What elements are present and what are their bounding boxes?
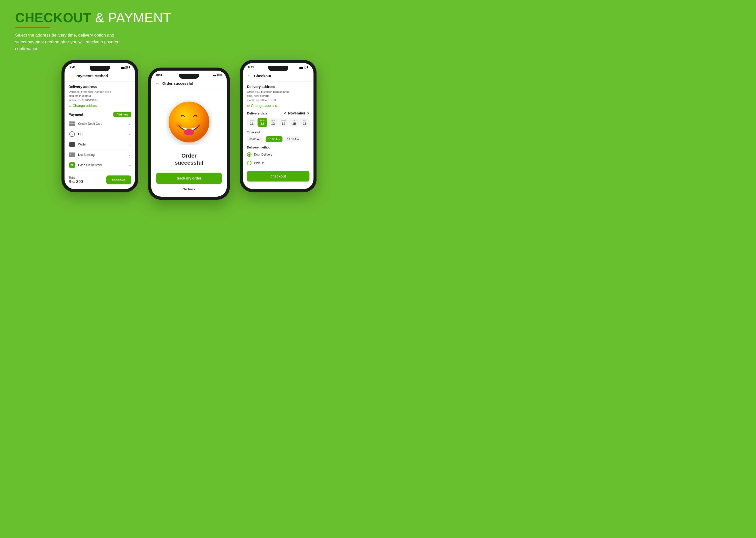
page-subtitle: Select the address delivery time, delive… — [15, 32, 141, 52]
date-mon[interactable]: Mon 12 — [258, 118, 267, 127]
nav-bar-middle: ← Order successful — [151, 78, 227, 89]
chevron-wallet: ⌄ — [128, 143, 131, 146]
net-banking-icon — [69, 152, 76, 157]
date-fri[interactable]: Fri 16 — [300, 118, 310, 127]
phone-right-screen: 9:41 ▄▄ ))) ▮ ← Checkout Delivery addres… — [243, 63, 314, 189]
date-thu[interactable]: Thu 15 — [289, 118, 299, 127]
status-time-middle: 9:41 — [156, 73, 162, 77]
door-delivery-label: Door Delivery — [254, 153, 273, 156]
status-icons-middle: ▄▄ ))) ▮ — [213, 73, 222, 76]
track-order-button[interactable]: track my order — [156, 173, 222, 184]
title-bold: CHECKOUT — [15, 10, 91, 25]
date-grid: Sun 11 Mon 12 Tue 13 Wed 14 Thu 15 — [243, 117, 314, 130]
pickup-label: Pick Up — [254, 161, 264, 165]
time-slot-10am[interactable]: 10:00 Am — [266, 136, 282, 142]
delivery-address-title-right: Delivery address — [243, 82, 314, 90]
phone-middle-screen: 9:41 ▄▄ ))) ▮ ← Order successful — [151, 71, 227, 197]
time-slots: 09:00 Am 10:00 Am 11:00 Am — [243, 135, 314, 145]
delivery-method-label: Delivery method — [243, 145, 314, 150]
status-time-right: 9:41 — [248, 66, 254, 69]
nav-title-left: Payments Method — [76, 74, 108, 78]
date-wed[interactable]: Wed 14 — [279, 118, 288, 127]
total-bar: Total : Rs: 300 continue — [65, 172, 135, 188]
payment-label: Payment — [69, 112, 83, 117]
subtitle-line2: select payment method after you will rec… — [15, 39, 121, 51]
order-success-content: Order successful track my order Go back — [151, 89, 227, 196]
delivery-date-header: Delivery date < November > — [243, 109, 314, 117]
payment-header-left: Payment Add new — [65, 109, 135, 119]
back-arrow-left[interactable]: ← — [69, 73, 73, 79]
payment-option-label-wallet: Wallet — [78, 143, 86, 146]
month-name: November — [288, 111, 305, 115]
status-icons-right: ▄▄ ))) ▮ — [299, 66, 308, 69]
notch-middle — [179, 74, 199, 79]
back-arrow-middle[interactable]: ← — [155, 81, 160, 86]
svg-point-0 — [169, 102, 209, 142]
time-slot-label: Time slot — [243, 130, 314, 135]
radio-door — [247, 152, 251, 157]
svg-point-1 — [184, 129, 194, 135]
address-left: Office no.2 first floor ,nandan pride bl… — [65, 90, 135, 102]
back-arrow-right[interactable]: ← — [247, 73, 251, 79]
phones-container: 9:41 ▄▄ ))) ▮ ← Payments Method Delivery… — [15, 60, 363, 200]
title-thin: & PAYMENT — [91, 10, 171, 25]
payment-option-cod[interactable]: S Cash On Delivery ⌄ — [65, 160, 135, 170]
chevron-card: ⌄ — [128, 122, 131, 126]
time-slot-9am[interactable]: 09:00 Am — [247, 136, 264, 142]
delivery-address-title-left: Delivery address — [65, 82, 135, 90]
payment-option-card[interactable]: Credit/ Debit Card ⌄ — [65, 119, 135, 129]
delivery-option-pickup[interactable]: Pick Up — [243, 159, 314, 167]
card-icon — [69, 121, 76, 126]
notch-right — [268, 66, 288, 71]
delivery-option-door[interactable]: Door Delivery — [243, 150, 314, 159]
payment-option-label-upi: UPI — [78, 133, 83, 136]
phone-left-screen: 9:41 ▄▄ ))) ▮ ← Payments Method Delivery… — [65, 63, 135, 189]
status-icons-left: ▄▄ ))) ▮ — [121, 66, 130, 69]
next-month-icon[interactable]: > — [307, 111, 310, 115]
title-underline — [15, 27, 50, 28]
svg-point-2 — [176, 123, 182, 127]
add-new-button[interactable]: Add new — [113, 112, 131, 117]
go-back-link[interactable]: Go back — [182, 187, 195, 191]
status-time-left: 9:41 — [70, 66, 76, 69]
order-success-title: Order successful — [175, 152, 203, 167]
page-title: CHECKOUT & PAYMENT — [15, 10, 363, 25]
total-amount: Rs: 300 — [69, 180, 83, 184]
nav-bar-left: ← Payments Method — [65, 70, 135, 82]
payment-option-label-netbanking: Net Banking — [78, 153, 94, 157]
continue-button[interactable]: continue — [106, 176, 131, 184]
chevron-cod: ⌄ — [128, 163, 131, 167]
upi-icon: ↑↓ — [69, 132, 76, 136]
change-address-right[interactable]: ⊕ Change address — [243, 102, 314, 109]
svg-point-3 — [196, 123, 202, 127]
subtitle-line1: Select the address delivery time, delive… — [15, 33, 114, 37]
address-right: Office no.2 first floor ,nandan pride bl… — [243, 90, 314, 102]
nav-title-right: Checkout — [254, 74, 271, 78]
date-tue[interactable]: Tue 13 — [268, 118, 278, 127]
emoji-icon — [166, 99, 212, 145]
payment-option-wallet[interactable]: Wallet ⌄ — [65, 139, 135, 150]
payment-option-upi[interactable]: ↑↓ UPI ⌄ — [65, 129, 135, 139]
notch-left — [90, 66, 110, 71]
date-sun[interactable]: Sun 11 — [247, 118, 257, 127]
prev-month-icon[interactable]: < — [284, 111, 286, 115]
payment-option-netbanking[interactable]: Net Banking ⌄ — [65, 150, 135, 160]
chevron-netbanking: ⌄ — [128, 153, 131, 157]
emoji-container — [166, 99, 212, 145]
phone-left: 9:41 ▄▄ ))) ▮ ← Payments Method Delivery… — [62, 60, 138, 192]
total-label: Total : — [69, 176, 83, 180]
time-slot-11am[interactable]: 11:00 Am — [284, 136, 301, 142]
chevron-upi: ⌄ — [128, 133, 131, 136]
change-address-left[interactable]: ⊕ Change address — [65, 102, 135, 109]
checkout-button[interactable]: checkout — [247, 171, 310, 182]
phone-right: 9:41 ▄▄ ))) ▮ ← Checkout Delivery addres… — [240, 60, 317, 192]
payment-option-label-cod: Cash On Delivery — [78, 163, 102, 167]
phone-middle: 9:41 ▄▄ ))) ▮ ← Order successful — [148, 68, 230, 200]
month-nav: < November > — [284, 111, 310, 115]
nav-bar-right: ← Checkout — [243, 70, 314, 82]
cash-icon: S — [69, 163, 76, 168]
payment-option-label-card: Credit/ Debit Card — [78, 122, 102, 126]
radio-pickup — [247, 161, 251, 165]
nav-title-middle: Order successful — [162, 81, 193, 85]
delivery-date-label: Delivery date — [247, 111, 267, 115]
